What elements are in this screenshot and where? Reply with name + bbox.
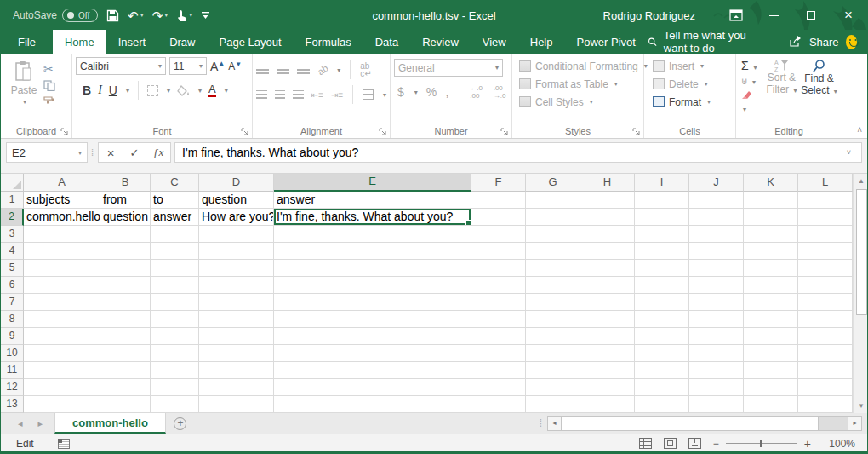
increase-decimal-icon[interactable]: ←.0 .00	[470, 84, 484, 100]
cut-icon[interactable]: ✂	[43, 62, 55, 76]
cell-K2[interactable]	[744, 209, 798, 226]
cell-L12[interactable]	[798, 379, 853, 396]
orientation-dropdown-icon[interactable]: ▾	[337, 66, 340, 74]
cell-I8[interactable]	[635, 311, 689, 328]
align-left-icon[interactable]	[256, 90, 267, 99]
align-right-icon[interactable]	[293, 90, 304, 99]
align-top-icon[interactable]	[256, 66, 269, 74]
enter-icon[interactable]: ✓	[123, 147, 146, 159]
cell-H10[interactable]	[580, 345, 635, 362]
row-header-11[interactable]: 11	[1, 362, 24, 379]
cell-styles-button[interactable]: Cell Styles▾	[519, 93, 640, 111]
cell-A3[interactable]	[24, 226, 100, 243]
cell-D8[interactable]	[199, 311, 274, 328]
underline-dropdown-icon[interactable]: ▾	[126, 87, 129, 95]
cell-E6[interactable]	[274, 277, 471, 294]
cell-L2[interactable]	[798, 209, 853, 226]
cell-B1[interactable]: from	[100, 192, 151, 209]
find-select-button[interactable]: Find & Select ▾	[800, 57, 838, 124]
user-name[interactable]: Rodrigo Rodriguez	[603, 9, 695, 22]
cell-C7[interactable]	[151, 294, 199, 311]
clear-button[interactable]: ▾	[741, 90, 760, 114]
cell-L7[interactable]	[798, 294, 853, 311]
sheet-tab-common-hello[interactable]: common-hello	[54, 413, 166, 434]
font-color-dropdown-icon[interactable]: ▾	[225, 87, 228, 95]
cell-C1[interactable]: to	[151, 192, 199, 209]
cell-E13[interactable]	[274, 396, 471, 413]
cell-B6[interactable]	[100, 277, 151, 294]
scroll-left-icon[interactable]: ◂	[547, 416, 562, 431]
cell-K8[interactable]	[744, 311, 798, 328]
merge-center-icon[interactable]	[363, 89, 374, 100]
cell-F10[interactable]	[471, 345, 526, 362]
scroll-down-icon[interactable]: ▼	[854, 399, 868, 413]
save-button[interactable]	[106, 9, 119, 22]
cell-A4[interactable]	[24, 243, 100, 260]
cell-C12[interactable]	[151, 379, 199, 396]
cell-I5[interactable]	[635, 260, 689, 277]
cell-D3[interactable]	[199, 226, 274, 243]
undo-dropdown-icon[interactable]: ▾	[140, 12, 144, 19]
ribbon-tab-insert[interactable]: Insert	[106, 30, 158, 54]
column-header-K[interactable]: K	[744, 174, 798, 192]
autosave-toggle[interactable]: Off	[62, 9, 98, 22]
cell-K6[interactable]	[744, 277, 798, 294]
ribbon-tab-page-layout[interactable]: Page Layout	[208, 30, 294, 54]
align-bottom-icon[interactable]	[297, 66, 310, 74]
cell-G8[interactable]	[526, 311, 580, 328]
ribbon-tab-draw[interactable]: Draw	[157, 30, 207, 54]
sort-filter-button[interactable]: A Z Sort & Filter ▾	[763, 57, 800, 124]
column-header-F[interactable]: F	[471, 174, 526, 192]
cell-D9[interactable]	[199, 328, 274, 345]
ribbon-display-options-button[interactable]	[717, 1, 755, 30]
cell-J4[interactable]	[689, 243, 744, 260]
cell-C8[interactable]	[151, 311, 199, 328]
row-header-1[interactable]: 1	[1, 192, 24, 209]
cell-I3[interactable]	[635, 226, 689, 243]
cell-F9[interactable]	[471, 328, 526, 345]
cell-L8[interactable]	[798, 311, 853, 328]
column-header-C[interactable]: C	[151, 174, 199, 192]
undo-button[interactable]: ↶ ▾	[128, 9, 144, 22]
cell-A10[interactable]	[24, 345, 100, 362]
row-header-3[interactable]: 3	[1, 226, 24, 243]
vertical-scroll-thumb[interactable]	[856, 189, 867, 315]
merge-center-dropdown-icon[interactable]: ▾	[383, 91, 386, 99]
column-header-J[interactable]: J	[689, 174, 744, 192]
bold-button[interactable]: B	[83, 83, 91, 97]
cell-B11[interactable]	[100, 362, 151, 379]
cell-I1[interactable]	[635, 192, 689, 209]
cell-K11[interactable]	[744, 362, 798, 379]
customize-quick-access-button[interactable]	[201, 10, 210, 20]
cell-E2[interactable]: I'm fine, thanks. What about you?	[274, 209, 471, 226]
cell-J1[interactable]	[689, 192, 744, 209]
align-middle-icon[interactable]	[277, 66, 289, 74]
cell-B2[interactable]: question	[100, 209, 151, 226]
ribbon-tab-formulas[interactable]: Formulas	[294, 30, 363, 54]
ribbon-tab-power-pivot[interactable]: Power Pivot	[565, 30, 648, 54]
cell-J8[interactable]	[689, 311, 744, 328]
cell-I12[interactable]	[635, 379, 689, 396]
format-as-table-button[interactable]: Format as Table▾	[519, 75, 640, 93]
cell-K12[interactable]	[744, 379, 798, 396]
zoom-slider[interactable]	[726, 443, 797, 444]
cell-F4[interactable]	[471, 243, 526, 260]
cell-H12[interactable]	[580, 379, 635, 396]
cell-C6[interactable]	[151, 277, 199, 294]
expand-formula-bar-icon[interactable]: ˅	[847, 148, 854, 157]
cell-G5[interactable]	[526, 260, 580, 277]
cell-I9[interactable]	[635, 328, 689, 345]
cell-F8[interactable]	[471, 311, 526, 328]
cell-D4[interactable]	[199, 243, 274, 260]
sheet-nav-left-icon[interactable]: ◂	[18, 418, 23, 429]
cell-B12[interactable]	[100, 379, 151, 396]
cell-B10[interactable]	[100, 345, 151, 362]
ribbon-tab-home[interactable]: Home	[53, 30, 106, 54]
cell-G6[interactable]	[526, 277, 580, 294]
cell-D13[interactable]	[199, 396, 274, 413]
cell-H8[interactable]	[580, 311, 635, 328]
cell-A1[interactable]: subjects	[24, 192, 100, 209]
close-button[interactable]: ×	[830, 1, 867, 30]
borders-dropdown-icon[interactable]: ▾	[167, 87, 170, 95]
cell-G4[interactable]	[526, 243, 580, 260]
